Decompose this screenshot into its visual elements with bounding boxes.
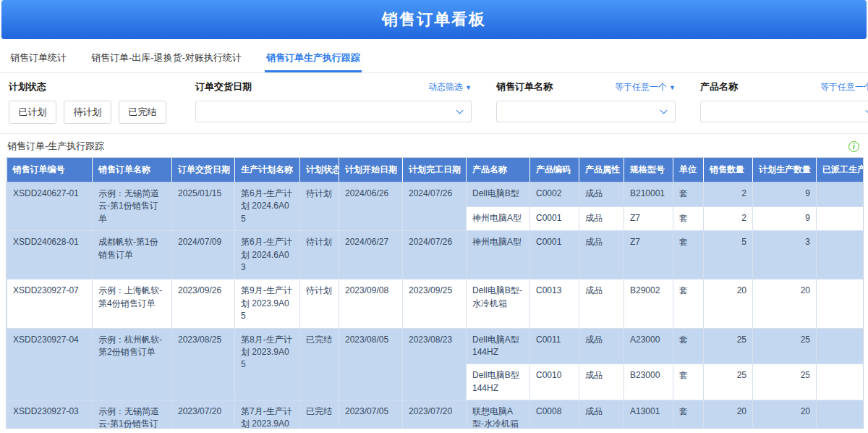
cell-plan-status: 待计划 xyxy=(300,182,339,231)
cell-plan-name: 第6月-生产计划 2024.6A05 xyxy=(235,182,300,231)
cell-finish-date: 2023/07/20 xyxy=(403,400,467,429)
plan-status-option-completed[interactable]: 已完结 xyxy=(119,101,166,124)
column-header-10: 规格型号 xyxy=(624,158,673,182)
table-row[interactable]: XSDD240627-01示例：无锡简道云-第1份销售订单2025/01/15第… xyxy=(7,182,864,207)
cell-product-attr: 成品 xyxy=(579,182,624,207)
cell-start-date: 2023/08/05 xyxy=(339,328,403,400)
cell-product-spec: A13001 xyxy=(624,400,673,429)
cell-order-no: XSDD240628-01 xyxy=(7,231,93,279)
plan-status-option-pending[interactable]: 待计划 xyxy=(64,101,111,124)
cell-order-no: XSDD230927-07 xyxy=(7,279,93,328)
column-header-13: 计划生产数量 xyxy=(753,158,817,182)
cell-product-attr: 成品 xyxy=(579,206,624,231)
product-name-mode-selector[interactable]: 等于任意一个▼ xyxy=(820,81,868,93)
cell-order-name: 示例：无锡简道云-第1份销售订单 xyxy=(93,400,172,429)
column-header-5: 计划开始日期 xyxy=(339,158,403,182)
cell-start-date: 2023/07/05 xyxy=(339,400,403,429)
table-scroll-area: 销售订单编号销售订单名称订单交货日期生产计划名称计划状态计划开始日期计划完工日期… xyxy=(7,158,863,429)
cell-product-sales-qty: 5 xyxy=(704,231,753,279)
order-name-label: 销售订单名称 xyxy=(496,80,553,93)
cell-product-unit: 套 xyxy=(673,231,704,279)
cell-finish-date: 2024/07/26 xyxy=(403,231,467,279)
table-row[interactable]: XSDD230927-03示例：无锡简道云-第1份销售订单2023/07/20第… xyxy=(7,400,864,429)
cell-product-name: Dell电脑B型 xyxy=(467,182,530,207)
plan-status-option-planned[interactable]: 已计划 xyxy=(9,101,56,124)
column-header-7: 产品名称 xyxy=(467,158,530,182)
cell-product-dispatched-qty xyxy=(817,400,864,429)
cell-product-sales-qty: 25 xyxy=(704,364,753,400)
cell-product-dispatched-qty xyxy=(817,206,864,231)
cell-product-name: Dell电脑A型 144HZ xyxy=(467,328,530,364)
cell-product-sales-qty: 2 xyxy=(704,206,753,231)
cell-product-dispatched-qty xyxy=(817,279,864,328)
delivery-date-select[interactable] xyxy=(195,101,472,122)
cell-product-dispatched-qty xyxy=(817,231,864,279)
column-header-11: 单位 xyxy=(673,158,704,182)
cell-product-plan-qty: 20 xyxy=(753,279,817,328)
cell-plan-status: 已完结 xyxy=(300,400,339,429)
cell-finish-date: 2023/08/23 xyxy=(403,328,467,400)
cell-order-name: 示例：无锡简道云-第1份销售订单 xyxy=(93,182,172,231)
cell-delivery-date: 2023/07/20 xyxy=(172,400,235,429)
cell-plan-name: 第9月-生产计划 2023.9A05 xyxy=(235,279,300,328)
cell-product-code: C0013 xyxy=(530,279,579,328)
dashboard-banner: 销售订单看板 xyxy=(1,0,867,39)
sales-order-dashboard: 销售订单看板 销售订单统计 销售订单-出库-退换货-对账执行统计 销售订单生产执… xyxy=(0,0,868,433)
cell-product-plan-qty: 25 xyxy=(753,328,817,364)
cell-product-dispatched-qty xyxy=(817,182,864,207)
orders-table-body: XSDD240627-01示例：无锡简道云-第1份销售订单2025/01/15第… xyxy=(7,182,864,429)
column-header-6: 计划完工日期 xyxy=(403,158,467,182)
filter-plan-status: 计划状态 已计划 待计划 已完结 xyxy=(9,80,171,124)
cell-delivery-date: 2023/09/26 xyxy=(172,279,235,328)
order-name-select[interactable] xyxy=(496,101,676,122)
cell-plan-name: 第8月-生产计划 2023.9A05 xyxy=(235,328,300,400)
cell-product-sales-qty: 20 xyxy=(704,400,753,429)
cell-order-name: 示例：杭州帆软-第2份销售订单 xyxy=(93,328,172,400)
cell-product-spec: B23000 xyxy=(624,364,673,400)
cell-product-unit: 套 xyxy=(673,182,704,207)
cell-plan-status: 待计划 xyxy=(300,231,339,279)
tab-outbound-returns-stats[interactable]: 销售订单-出库-退换货-对账执行统计 xyxy=(90,45,243,72)
cell-product-plan-qty: 25 xyxy=(753,364,817,400)
plan-status-label: 计划状态 xyxy=(9,80,46,93)
cell-plan-name: 第7月-生产计划 2023.9A05 xyxy=(235,400,300,429)
table-title-row: 销售订单-生产执行跟踪 i xyxy=(0,134,868,157)
cell-product-plan-qty: 3 xyxy=(753,231,817,279)
order-name-mode-selector[interactable]: 等于任意一个▼ xyxy=(615,81,676,93)
tab-production-execution[interactable]: 销售订单生产执行跟踪 xyxy=(265,45,362,72)
cell-product-unit: 套 xyxy=(673,279,704,328)
cell-product-code: C0001 xyxy=(530,231,579,279)
cell-order-name: 成都帆软-第1份销售订单 xyxy=(93,231,172,279)
cell-product-unit: 套 xyxy=(673,206,704,231)
product-name-select[interactable] xyxy=(700,101,868,122)
cell-product-spec: Z7 xyxy=(624,206,673,231)
triangle-down-icon: ▼ xyxy=(669,84,676,91)
cell-product-code: C0011 xyxy=(530,328,579,364)
cell-plan-status: 待计划 xyxy=(300,279,339,328)
column-header-3: 生产计划名称 xyxy=(235,158,300,182)
table-row[interactable]: XSDD230927-07示例：上海帆软-第4份销售订单2023/09/26第9… xyxy=(7,279,864,328)
orders-table-head: 销售订单编号销售订单名称订单交货日期生产计划名称计划状态计划开始日期计划完工日期… xyxy=(7,158,864,182)
info-icon[interactable]: i xyxy=(848,141,859,152)
cell-start-date: 2024/06/27 xyxy=(339,231,403,279)
cell-product-unit: 套 xyxy=(673,364,704,400)
orders-table: 销售订单编号销售订单名称订单交货日期生产计划名称计划状态计划开始日期计划完工日期… xyxy=(7,158,863,429)
cell-product-sales-qty: 20 xyxy=(704,279,753,328)
column-header-14: 已派工生产数 xyxy=(817,158,864,182)
cell-product-code: C0001 xyxy=(530,206,579,231)
cell-delivery-date: 2025/01/15 xyxy=(172,182,235,231)
column-header-1: 销售订单名称 xyxy=(93,158,172,182)
table-row[interactable]: XSDD230927-04示例：杭州帆软-第2份销售订单2023/08/25第8… xyxy=(7,328,864,364)
cell-product-spec: Z7 xyxy=(624,231,673,279)
table-row[interactable]: XSDD240628-01成都帆软-第1份销售订单2024/07/09第6月-生… xyxy=(7,231,864,279)
chevron-down-icon xyxy=(660,107,668,114)
tab-sales-order-stats[interactable]: 销售订单统计 xyxy=(9,45,68,72)
triangle-down-icon: ▼ xyxy=(465,84,472,91)
cell-plan-name: 第6月-生产计划 2024.6A03 xyxy=(235,231,300,279)
table-panel: 销售订单编号销售订单名称订单交货日期生产计划名称计划状态计划开始日期计划完工日期… xyxy=(6,157,864,429)
table-title: 销售订单-生产执行跟踪 xyxy=(7,140,104,153)
cell-order-no: XSDD240627-01 xyxy=(7,182,93,231)
delivery-date-mode-selector[interactable]: 动态筛选▼ xyxy=(428,81,472,93)
cell-product-sales-qty: 2 xyxy=(704,182,753,207)
cell-product-dispatched-qty xyxy=(817,328,864,364)
